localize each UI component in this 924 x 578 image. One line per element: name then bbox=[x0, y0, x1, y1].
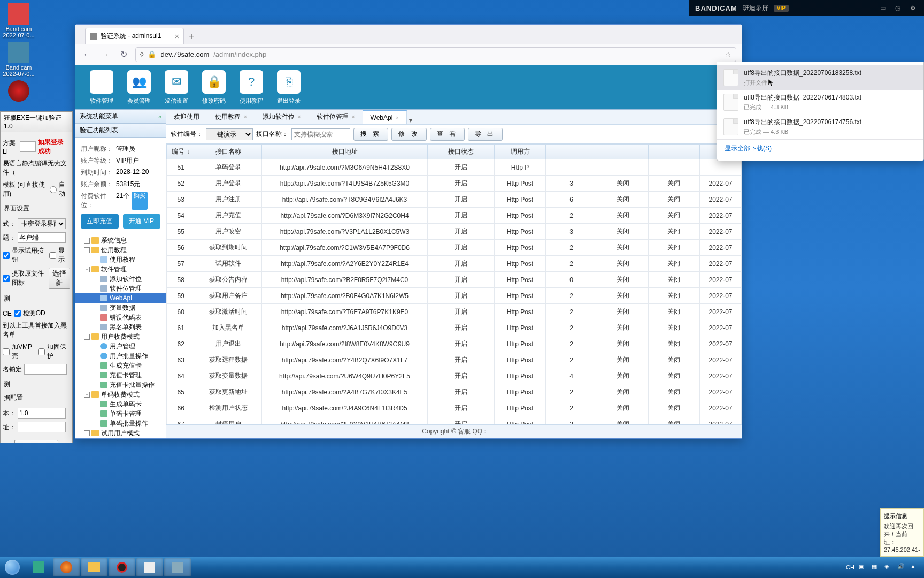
download-item[interactable]: utf8导出的接口数据_20220706183258.txt 打开文件 bbox=[717, 65, 923, 90]
tree-node[interactable]: 使用教程 bbox=[75, 255, 166, 264]
table-row[interactable]: 66 检测用户状态 http://api.79safe.com/?J4A9C6N… bbox=[167, 400, 742, 416]
tree-node[interactable]: 黑名单列表 bbox=[75, 322, 166, 332]
table-row[interactable]: 56 获取到期时间 http://api.79safe.com/?C1W3V5E… bbox=[167, 240, 742, 256]
close-icon[interactable]: × bbox=[352, 114, 355, 120]
tree-node[interactable]: 生成单码卡 bbox=[75, 399, 166, 409]
desktop-icon[interactable] bbox=[0, 80, 37, 102]
header-nav-item[interactable]: ? 使用教程 bbox=[233, 65, 270, 109]
content-tab[interactable]: 使用教程 × bbox=[207, 110, 255, 124]
edit-button[interactable]: 修 改 bbox=[391, 128, 426, 141]
tray-icon[interactable]: ▣ bbox=[859, 563, 867, 572]
tree-node[interactable]: 充值卡批量操作 bbox=[75, 380, 166, 390]
browser-tab[interactable]: 验证系统 - adminsui1 × bbox=[85, 28, 184, 44]
column-header[interactable] bbox=[546, 144, 597, 159]
table-row[interactable]: 52 用户登录 http://api.79safe.com/?T4U9S4B7Z… bbox=[167, 176, 742, 192]
buy-pill[interactable]: 购买 bbox=[132, 192, 148, 210]
content-tab[interactable]: 添加软件位 × bbox=[255, 110, 309, 124]
expander-icon[interactable]: - bbox=[84, 430, 90, 436]
reload-button[interactable]: ↻ bbox=[117, 48, 130, 61]
trial-checkbox[interactable] bbox=[3, 252, 10, 259]
column-header[interactable]: 调用方 bbox=[494, 144, 546, 159]
content-tab[interactable]: WebApi × bbox=[363, 110, 407, 124]
collapse-icon[interactable]: « bbox=[158, 113, 161, 120]
auto-radio[interactable] bbox=[50, 186, 57, 193]
vip-button[interactable]: 开通 VIP bbox=[123, 214, 161, 229]
tree-node[interactable]: WebApi bbox=[75, 293, 166, 303]
bookmark-star-icon[interactable]: ☆ bbox=[725, 50, 732, 58]
column-header[interactable]: 接口名称 bbox=[195, 144, 261, 159]
expander-icon[interactable]: - bbox=[84, 392, 90, 398]
tray-lang[interactable]: CH bbox=[846, 564, 854, 571]
protect-checkbox[interactable] bbox=[38, 348, 45, 355]
close-tab-icon[interactable]: × bbox=[175, 32, 179, 41]
tree-node[interactable]: + 系统信息 bbox=[75, 235, 166, 245]
settings-icon[interactable]: ⚙ bbox=[910, 4, 918, 12]
content-tab[interactable]: 软件位管理 × bbox=[309, 110, 363, 124]
select-new-button[interactable]: 选择新 bbox=[49, 268, 70, 289]
taskbar-record[interactable] bbox=[109, 558, 135, 576]
tree-node[interactable]: 试用用户管理 bbox=[75, 438, 166, 438]
tab-dropdown[interactable]: ▾ bbox=[407, 117, 414, 124]
header-nav-item[interactable]: ⎘ 退出登录 bbox=[270, 65, 307, 109]
column-header[interactable] bbox=[649, 144, 700, 159]
expander-icon[interactable]: - bbox=[84, 267, 90, 272]
taskbar-firefox[interactable] bbox=[53, 558, 80, 576]
table-row[interactable]: 55 用户改密 http://api.79safe.com/?V3P1A1L2B… bbox=[167, 224, 742, 240]
show-checkbox[interactable] bbox=[49, 252, 56, 259]
forward-button[interactable]: → bbox=[99, 48, 112, 61]
table-row[interactable]: 54 用户充值 http://api.79safe.com/?D6M3X9I7N… bbox=[167, 208, 742, 224]
table-row[interactable]: 64 获取变量数据 http://api.79safe.com/?U6W4Q9U… bbox=[167, 368, 742, 384]
table-row[interactable]: 62 用户退出 http://api.79safe.com/?I8W8E0V4K… bbox=[167, 336, 742, 352]
minus-icon[interactable]: − bbox=[158, 127, 161, 134]
table-row[interactable]: 51 单码登录 http://api.79safe.com/?M3O6A9N5H… bbox=[167, 159, 742, 176]
url-input[interactable] bbox=[18, 422, 66, 432]
url-field[interactable]: ◊ 🔒 dev.79safe.com/admin/index.php ☆ bbox=[135, 47, 736, 62]
timer-icon[interactable]: ◷ bbox=[895, 4, 903, 12]
taskbar-app2[interactable] bbox=[136, 558, 163, 576]
column-header[interactable] bbox=[597, 144, 649, 159]
tree-node[interactable]: - 单码收费模式 bbox=[75, 390, 166, 399]
table-row[interactable]: 65 获取更新地址 http://api.79safe.com/?A4B7G7K… bbox=[167, 384, 742, 400]
table-row[interactable]: 53 用户注册 http://api.79safe.com/?T8C9G4V6I… bbox=[167, 192, 742, 208]
tree-node[interactable]: 用户管理 bbox=[75, 341, 166, 351]
tree-node[interactable]: 添加软件位 bbox=[75, 274, 166, 284]
table-row[interactable]: 63 获取远程数据 http://api.79safe.com/?Y4B2Q7X… bbox=[167, 352, 742, 368]
tray-icon[interactable]: ▲ bbox=[910, 563, 919, 572]
desktop-icon[interactable]: Bandicam 2022-07-0... bbox=[0, 3, 37, 39]
tree-node[interactable]: - 试用用户模式 bbox=[75, 428, 166, 438]
expander-icon[interactable]: - bbox=[84, 247, 90, 253]
tree-node[interactable]: 充值卡管理 bbox=[75, 370, 166, 380]
network-icon[interactable]: ◈ bbox=[884, 563, 893, 572]
table-row[interactable]: 58 获取公告内容 http://api.79safe.com/?B2F0R5F… bbox=[167, 272, 742, 288]
version-input[interactable] bbox=[18, 408, 66, 419]
expander-icon[interactable]: - bbox=[84, 334, 90, 340]
new-tab-button[interactable]: + bbox=[184, 29, 199, 44]
scheme-input[interactable] bbox=[20, 141, 36, 152]
tree-node[interactable]: 软件位管理 bbox=[75, 284, 166, 293]
tree-node[interactable]: 单码卡管理 bbox=[75, 409, 166, 419]
lock-input[interactable] bbox=[24, 364, 67, 375]
tree-node[interactable]: - 使用教程 bbox=[75, 245, 166, 255]
restore-icon-checkbox[interactable] bbox=[3, 275, 10, 282]
column-header[interactable]: 接口地址 bbox=[261, 144, 427, 159]
table-row[interactable]: 57 试用软件 http://api.79safe.com/?A2Y6E2Y0Y… bbox=[167, 256, 742, 272]
search-button[interactable]: 搜 索 bbox=[353, 128, 388, 141]
close-icon[interactable]: × bbox=[396, 115, 399, 121]
header-nav-item[interactable]: 软件管理 bbox=[83, 65, 120, 109]
table-scroll[interactable]: 编号 ↓接口名称接口地址接口状态调用方 51 单码登录 http://api.7… bbox=[166, 144, 742, 424]
tree-node[interactable]: 单码批量操作 bbox=[75, 419, 166, 428]
vmp-checkbox[interactable] bbox=[3, 348, 10, 355]
header-nav-item[interactable]: 🔒 修改密码 bbox=[195, 65, 233, 109]
close-icon[interactable]: × bbox=[298, 114, 301, 120]
sidebar-menu-header[interactable]: 系统功能菜单« bbox=[75, 110, 166, 124]
column-header[interactable]: 接口状态 bbox=[428, 144, 494, 159]
download-item[interactable]: utf8导出的接口数据_20220706174803.txt 已完成 — 4.3… bbox=[717, 90, 923, 115]
tree-node[interactable]: - 用户收费模式 bbox=[75, 332, 166, 341]
interface-name-input[interactable] bbox=[291, 128, 350, 140]
sidebar-list-header[interactable]: 验证功能列表− bbox=[75, 124, 166, 138]
detect-od-checkbox[interactable] bbox=[14, 310, 21, 317]
table-row[interactable]: 60 获取激活时间 http://api.79safe.com/?T6E7A9T… bbox=[167, 304, 742, 320]
start-button[interactable] bbox=[0, 557, 25, 578]
software-select[interactable]: 一键演示 bbox=[206, 128, 253, 140]
table-row[interactable]: 61 加入黑名单 http://api.79safe.com/?J6A1J5R6… bbox=[167, 320, 742, 336]
